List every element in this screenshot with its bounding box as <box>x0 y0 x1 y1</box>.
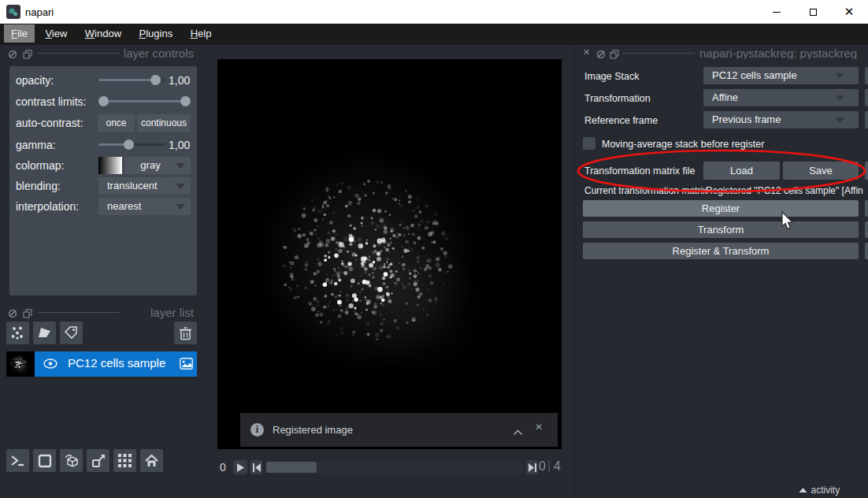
float-dock-icon[interactable] <box>610 48 619 62</box>
new-shapes-layer-button[interactable] <box>33 321 56 344</box>
close-dock-button[interactable]: ✕ <box>583 47 590 58</box>
opacity-label: opacity: <box>16 74 54 87</box>
gamma-slider-handle[interactable] <box>124 139 134 150</box>
delete-layer-button[interactable] <box>174 321 197 344</box>
opacity-slider-handle[interactable] <box>150 75 161 85</box>
current-frame: 0 <box>539 459 546 474</box>
continuous-button[interactable]: continuous <box>137 114 191 132</box>
expand-notification-button[interactable] <box>513 425 523 439</box>
load-button[interactable]: Load <box>703 162 780 180</box>
moving-average-checkbox[interactable] <box>583 137 595 150</box>
gamma-label: gamma: <box>16 139 56 151</box>
close-button[interactable]: ✕ <box>831 0 867 24</box>
chevron-down-icon <box>835 73 844 79</box>
frame-slider[interactable] <box>265 461 523 474</box>
notification-bar[interactable]: i Registered image ✕ <box>240 413 558 447</box>
current-matrix-value: Registered "PC12 cells sample" [Affine] <box>706 185 863 196</box>
clipped-widget-sliver <box>865 221 868 238</box>
transformation-dropdown[interactable]: Affine <box>703 89 859 106</box>
contrast-limits-label: contrast limits: <box>16 95 86 108</box>
dock-separator-line <box>622 53 695 54</box>
register-button[interactable]: Register <box>583 200 859 217</box>
gamma-value: 1,00 <box>169 139 190 151</box>
contrast-limits-slider[interactable] <box>98 100 191 102</box>
last-frame-button[interactable] <box>526 460 538 474</box>
clipped-widget-sliver <box>865 243 868 259</box>
layer-controls-title: layer controls <box>0 46 194 60</box>
clipped-widget-sliver <box>865 162 868 180</box>
colormap-dropdown[interactable]: gray <box>124 157 191 174</box>
viewer-canvas[interactable]: i Registered image ✕ <box>217 59 562 449</box>
dismiss-notification-button[interactable]: ✕ <box>535 422 543 433</box>
once-button[interactable]: once <box>98 114 135 132</box>
save-button[interactable]: Save <box>783 162 859 180</box>
menu-view[interactable]: View <box>38 24 74 43</box>
maximize-icon <box>810 9 817 16</box>
new-labels-layer-button[interactable] <box>60 321 83 344</box>
activity-toggle[interactable]: activity <box>799 482 840 496</box>
clipped-widget-sliver <box>865 111 868 128</box>
home-reset-view-button[interactable] <box>140 449 163 472</box>
frame-slider-handle[interactable] <box>266 462 317 473</box>
layer-name: PC12 cells sample <box>68 356 165 370</box>
auto-contrast-label: auto-contrast: <box>16 117 83 129</box>
matrix-file-label: Transformation matrix file <box>584 165 696 177</box>
interpolation-dropdown[interactable]: nearest <box>98 198 191 215</box>
menu-help[interactable]: Help <box>184 24 219 43</box>
points-icon <box>10 325 25 340</box>
contrast-high-handle[interactable] <box>180 96 191 106</box>
reference-frame-dropdown[interactable]: Previous frame <box>703 111 859 128</box>
transpose-dimensions-button[interactable] <box>87 449 109 472</box>
reference-frame-label: Reference frame <box>584 115 658 126</box>
new-points-layer-button[interactable] <box>6 321 29 344</box>
colormap-label: colormap: <box>16 159 64 172</box>
napari-logo-icon <box>6 5 20 19</box>
opacity-value: 1,00 <box>169 74 190 87</box>
titlebar: napari ✕ <box>0 0 868 24</box>
layer-thumbnail <box>6 351 35 377</box>
play-button[interactable] <box>233 460 247 474</box>
console-button[interactable] <box>6 449 29 472</box>
clipped-widget-sliver <box>865 67 868 84</box>
menu-plugins[interactable]: Plugins <box>132 24 180 43</box>
square-2d-icon <box>38 454 52 468</box>
info-icon: i <box>250 423 264 437</box>
image-stack-dropdown[interactable]: PC12 cells sample <box>703 67 859 84</box>
grid-icon <box>118 454 132 467</box>
home-icon <box>144 454 159 468</box>
maximize-button[interactable] <box>795 0 831 24</box>
chevron-down-icon <box>835 117 844 123</box>
napari-window: napari ✕ File View Window Plugins Help l… <box>0 0 868 498</box>
opacity-slider[interactable] <box>98 79 166 81</box>
panel-splitter[interactable] <box>574 45 575 498</box>
skip-to-start-icon <box>253 463 261 472</box>
blending-label: blending: <box>16 180 61 192</box>
register-transform-button[interactable]: Register & Transform <box>583 243 859 259</box>
roll-dimensions-button[interactable] <box>60 449 83 472</box>
chevron-up-icon <box>513 429 523 436</box>
gamma-slider[interactable] <box>98 143 166 146</box>
clipped-widget-sliver <box>865 89 868 106</box>
chevron-down-icon <box>176 204 185 210</box>
first-frame-button[interactable] <box>250 460 262 474</box>
layer-controls-panel: opacity: 1,00 contrast limits: auto-cont… <box>9 66 197 295</box>
minimize-button[interactable] <box>759 0 795 24</box>
grid-view-button[interactable] <box>113 449 136 472</box>
trash-icon <box>179 326 192 340</box>
colormap-value: gray <box>124 159 176 171</box>
colormap-gradient-swatch <box>98 157 122 174</box>
menu-window[interactable]: Window <box>78 24 128 43</box>
ndisplay-toggle-button[interactable] <box>33 449 56 472</box>
menu-file[interactable]: File <box>4 24 35 43</box>
contrast-low-handle[interactable] <box>98 96 109 106</box>
close-icon: ✕ <box>583 47 590 57</box>
blending-dropdown[interactable]: translucent <box>98 177 191 195</box>
hide-dock-icon[interactable] <box>596 48 606 62</box>
close-icon: ✕ <box>535 422 543 433</box>
layer-row[interactable]: PC12 cells sample <box>35 351 197 377</box>
transform-button[interactable]: Transform <box>583 221 859 238</box>
moving-average-label: Moving-average stack before register <box>602 139 764 150</box>
activity-label: activity <box>811 485 840 496</box>
layer-visibility-eye-icon[interactable] <box>43 358 58 373</box>
plugin-panel-title: napari-pystackreg: pystackreg <box>699 46 868 59</box>
